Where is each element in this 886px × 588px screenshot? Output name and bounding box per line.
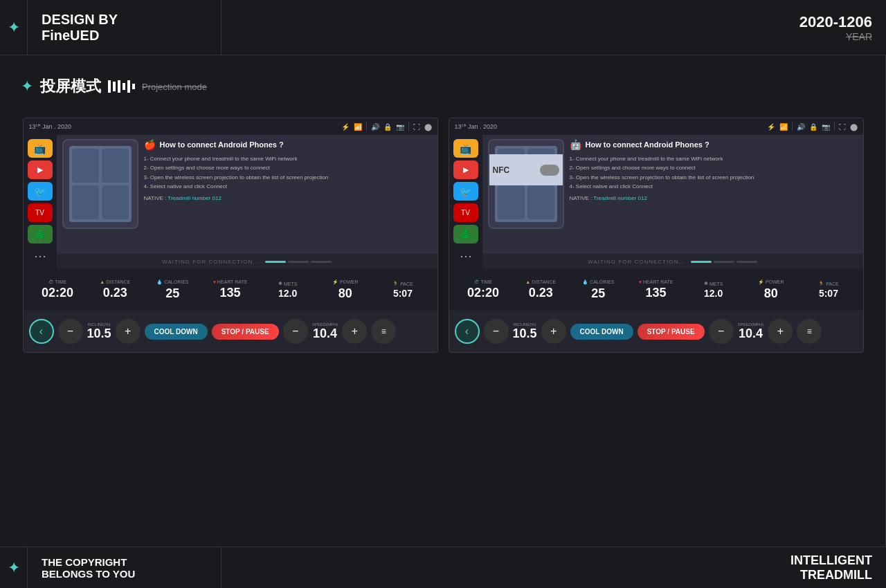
screen-body-left: 📺 ▶ 🐦 TV 🌲 ⋯: [24, 135, 437, 269]
connect-title-left: How to connect Android Phones ?: [160, 140, 284, 149]
connect-panel-left: 🍎 How to connect Android Phones ? 1- Con…: [62, 139, 432, 265]
pace-label-left: PACE: [400, 282, 413, 286]
sidebar-btn-youtube-r[interactable]: ▶: [453, 160, 478, 179]
incline-group-left: INCLINE(%) 10.5: [87, 322, 111, 341]
pace-value-left: 5:07: [393, 288, 413, 299]
stat-calories-right: 💧 CALORIES 25: [570, 279, 627, 301]
minus-speed-left[interactable]: −: [283, 319, 308, 344]
bar5: [127, 80, 130, 93]
screens-container: 13ᵗʰ Jan . 2020 ⚡ 📶 🔊 🔒 📷 ⛶ ⬤ 📺 ▶ 🐦 TV: [21, 118, 865, 353]
cool-down-btn-left[interactable]: COOL DOWN: [145, 324, 208, 340]
minus-incline-right[interactable]: −: [484, 319, 509, 344]
screen-main-left: 🍎 How to connect Android Phones ? 1- Con…: [57, 135, 437, 269]
dist-label-right: DISTANCE: [532, 279, 556, 284]
minus-incline-left[interactable]: −: [58, 319, 83, 344]
instructions-panel-left: 🍎 How to connect Android Phones ? 1- Con…: [144, 139, 432, 265]
header-year-label: YEAR: [799, 31, 872, 42]
connect-title-right: How to connect Android Phones ?: [586, 140, 709, 149]
back-btn-left[interactable]: ‹: [29, 319, 54, 344]
incline-value-right: 10.5: [513, 327, 537, 341]
phone-visual-left: [62, 139, 138, 229]
stat-time-left: ⏱ TIME 02:20: [29, 279, 87, 300]
controls-bar-left: ‹ − INCLINE(%) 10.5 + COOL DOWN STOP / P…: [24, 311, 437, 352]
cal-label-right: CALORIES: [590, 279, 614, 284]
power-icon: ⚡: [332, 279, 338, 285]
step4-right: 4- Select native and click Connect: [570, 183, 858, 190]
header-company: FineUED: [42, 28, 207, 44]
list-btn-left[interactable]: ≡: [371, 319, 396, 344]
step4-left: 4- Select native and click Connect: [144, 183, 432, 190]
treadmill-screen-right: 13ᵗʰ Jan . 2020 ⚡ 📶 🔊 🔒 📷 ⛶ ⬤ 📺 ▶ 🐦 TV: [449, 118, 864, 353]
footer-brand-block: INTELLIGENT TREADMILL: [777, 547, 886, 588]
power-value-left: 80: [338, 286, 352, 301]
dist-value-left: 0.23: [103, 286, 127, 300]
dotr2: [714, 261, 734, 263]
sidebar-btn-tv-r[interactable]: TV: [453, 203, 478, 222]
native-label-left: NATIVE :: [144, 195, 167, 201]
dist-icon-r: ▲: [525, 279, 530, 284]
time-icon: ⏱: [48, 279, 53, 284]
time-label-right: TIME: [480, 279, 492, 284]
record-icon-r: ⬤: [850, 123, 858, 131]
sidebar-btn-twitter[interactable]: 🐦: [28, 182, 53, 201]
stat-time-right: ⏱ TIME 02:20: [455, 279, 512, 300]
heart-icon-right: ♥: [639, 279, 642, 284]
native-line-left: NATIVE : Treadmill number 012: [144, 195, 432, 201]
step1-left: 1- Connect your phone and treadmill to t…: [144, 156, 432, 163]
native-line-right: NATIVE : Treadmill number 012: [570, 195, 858, 201]
sidebar-btn-orange-r[interactable]: 📺: [453, 139, 478, 158]
plus-speed-right[interactable]: +: [768, 319, 793, 344]
cool-down-btn-right[interactable]: COOL DOWN: [570, 324, 633, 340]
plus-speed-left[interactable]: +: [342, 319, 367, 344]
power-label-left: POWER: [340, 279, 358, 284]
nfc-toggle[interactable]: [540, 165, 559, 176]
sidebar-btn-tv[interactable]: TV: [28, 203, 53, 222]
header-design-by: DESIGN BY: [42, 12, 207, 28]
record-icon: ⬤: [424, 123, 432, 131]
topbar-divider2-r: [834, 122, 835, 131]
sidebar-btn-tree[interactable]: 🌲: [28, 225, 53, 244]
sidebar-btn-grid[interactable]: ⋯: [28, 246, 53, 265]
hr-label-right: HEART RATE: [643, 279, 673, 284]
sidebar-btn-tree-r[interactable]: 🌲: [453, 225, 478, 244]
wifi-icon: 📶: [354, 123, 362, 131]
mets-value-left: 12.0: [278, 288, 297, 299]
list-btn-right[interactable]: ≡: [797, 319, 822, 344]
header-right-block: 2020-1206 YEAR: [786, 0, 886, 55]
app-icon-2: [102, 149, 129, 183]
incline-group-right: INCLINE(%) 10.5: [513, 322, 537, 341]
sidebar-btn-twitter-r[interactable]: 🐦: [453, 182, 478, 201]
bar3: [118, 80, 120, 93]
nfc-overlay: NFC: [488, 154, 564, 185]
treadmill-screen-left: 13ᵗʰ Jan . 2020 ⚡ 📶 🔊 🔒 📷 ⛶ ⬤ 📺 ▶ 🐦 TV: [23, 118, 438, 353]
sidebar-btn-orange[interactable]: 📺: [28, 139, 53, 158]
stat-calories-left: 💧 CALORIES 25: [144, 279, 201, 301]
native-value-right: Treadmill number 012: [593, 195, 647, 201]
native-value-left: Treadmill number 012: [168, 195, 222, 201]
nfc-label: NFC: [493, 165, 510, 175]
apple-icon: 🍎: [144, 139, 156, 150]
topbar-divider1-r: [792, 122, 793, 131]
plus-incline-right[interactable]: +: [541, 319, 566, 344]
sidebar-btn-youtube[interactable]: ▶: [28, 160, 53, 179]
back-btn-right[interactable]: ‹: [455, 319, 480, 344]
plus-incline-left[interactable]: +: [116, 319, 141, 344]
footer-copyright-block: THE COPYRIGHT BELONGS TO YOU: [28, 547, 222, 588]
projection-cn-text: 投屏模式: [40, 76, 101, 97]
speed-value-left: 10.4: [313, 327, 337, 341]
power-icon-r: ⚡: [758, 279, 764, 285]
heart-icon-left: ♥: [213, 279, 216, 284]
bar6: [132, 84, 135, 89]
controls-bar-right: ‹ − INCLINE(%) 10.5 + COOL DOWN STOP / P…: [449, 311, 863, 352]
stop-pause-btn-left[interactable]: STOP / PAUSE: [212, 324, 279, 340]
cam-icon-r: 📷: [822, 123, 830, 131]
mets-label-left: METS: [284, 282, 297, 286]
stat-mets-right: ✱ METS 12.0: [685, 281, 742, 299]
pace-label-right: PACE: [826, 282, 839, 286]
dot3: [311, 261, 332, 263]
minus-speed-right[interactable]: −: [709, 319, 734, 344]
sidebar-btn-grid-r[interactable]: ⋯: [453, 246, 478, 265]
stats-bar-right: ⏱ TIME 02:20 ▲ DISTANCE 0.23 💧 CALORIES: [449, 269, 863, 311]
stop-pause-btn-right[interactable]: STOP / PAUSE: [638, 324, 705, 340]
instructions-header-left: 🍎 How to connect Android Phones ?: [144, 139, 432, 150]
